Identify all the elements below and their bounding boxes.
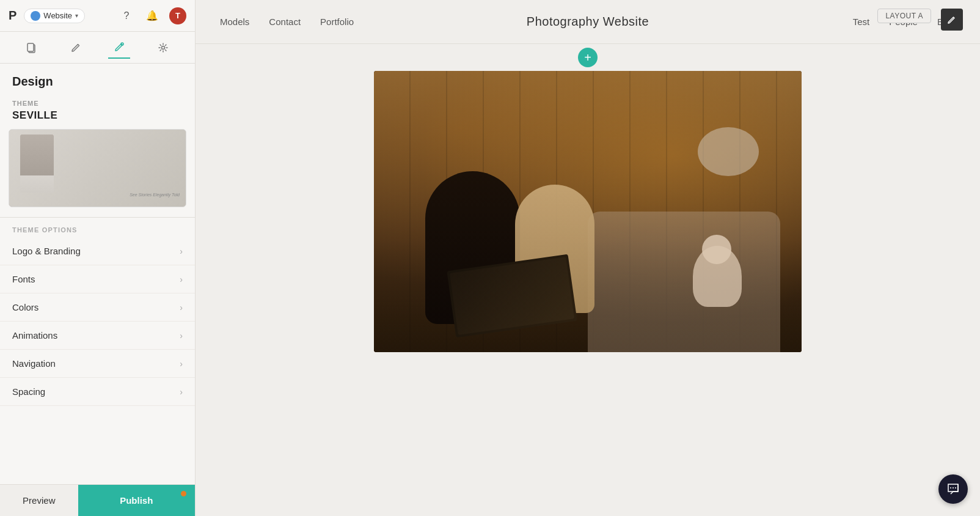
website-selector[interactable]: Website ▾ xyxy=(24,9,85,23)
logo: P xyxy=(9,9,16,23)
design-button[interactable] xyxy=(108,37,130,59)
edit-layout-button[interactable] xyxy=(941,9,963,31)
theme-options-label: THEME OPTIONS xyxy=(0,218,195,237)
hero-area xyxy=(196,71,980,516)
option-label: Logo & Branding xyxy=(12,246,81,256)
svg-point-3 xyxy=(162,46,165,49)
theme-name: SEVILLE xyxy=(12,109,183,122)
option-spacing[interactable]: Spacing › xyxy=(0,378,195,406)
sidebar-toolbar xyxy=(0,32,195,64)
blanket-figure xyxy=(588,212,780,352)
option-label: Navigation xyxy=(12,358,56,369)
options-list: Logo & Branding › Fonts › Colors › Anima… xyxy=(0,237,195,406)
top-nav: Models Contact Portfolio Photography Web… xyxy=(196,0,980,44)
theme-section: THEME SEVILLE xyxy=(0,94,195,122)
svg-rect-1 xyxy=(27,43,34,51)
svg-point-4 xyxy=(950,487,951,488)
nav-links-left: Models Contact Portfolio xyxy=(220,17,354,27)
option-animations[interactable]: Animations › xyxy=(0,322,195,350)
main-content: Models Contact Portfolio Photography Web… xyxy=(196,0,980,516)
nav-contact[interactable]: Contact xyxy=(269,17,301,27)
add-section-button[interactable]: + xyxy=(578,48,598,67)
preview-button[interactable]: Preview xyxy=(0,485,78,516)
chat-bubble-button[interactable] xyxy=(938,474,968,504)
option-label: Animations xyxy=(12,330,57,341)
chevron-right-icon: › xyxy=(180,303,183,312)
copy-tool-button[interactable] xyxy=(21,37,43,59)
option-navigation[interactable]: Navigation › xyxy=(0,350,195,378)
layout-badge[interactable]: LAYOUT A xyxy=(877,9,931,23)
sidebar-content: Design THEME SEVILLE See Stories Elegant… xyxy=(0,64,195,484)
option-logo-branding[interactable]: Logo & Branding › xyxy=(0,237,195,265)
hero-image[interactable] xyxy=(374,71,802,352)
avatar[interactable]: T xyxy=(169,7,186,24)
option-label: Fonts xyxy=(12,274,35,284)
chevron-right-icon: › xyxy=(180,275,183,284)
thumbnail-figure xyxy=(20,135,54,193)
option-label: Colors xyxy=(12,302,38,312)
chevron-right-icon: › xyxy=(180,331,183,341)
chevron-right-icon: › xyxy=(180,246,183,256)
theme-thumbnail[interactable]: See Stories Elegantly Told xyxy=(9,129,186,207)
theme-thumbnail-wrap: See Stories Elegantly Told xyxy=(0,129,195,217)
svg-point-6 xyxy=(955,487,956,488)
help-icon[interactable]: ? xyxy=(118,7,135,24)
thumbnail-text: See Stories Elegantly Told xyxy=(130,192,180,198)
nav-portfolio[interactable]: Portfolio xyxy=(320,17,354,27)
add-section-row: + xyxy=(196,44,980,71)
hero-image-inner xyxy=(374,71,802,352)
sidebar-header: P Website ▾ ? 🔔 T xyxy=(0,0,195,32)
sidebar: P Website ▾ ? 🔔 T Design THEME xyxy=(0,0,196,516)
design-heading: Design xyxy=(0,64,195,94)
option-colors[interactable]: Colors › xyxy=(0,293,195,322)
pillow-decoration xyxy=(698,127,759,176)
chevron-right-icon: › xyxy=(180,359,183,369)
option-fonts[interactable]: Fonts › xyxy=(0,265,195,293)
publish-notification-dot xyxy=(181,491,186,496)
nav-models[interactable]: Models xyxy=(220,17,249,27)
chevron-down-icon: ▾ xyxy=(75,12,78,19)
theme-thumbnail-inner: See Stories Elegantly Told xyxy=(9,130,186,207)
nav-test[interactable]: Test xyxy=(853,17,870,27)
option-label: Spacing xyxy=(12,386,45,397)
stuffed-animal xyxy=(693,246,742,307)
theme-label: THEME xyxy=(12,100,183,107)
settings-button[interactable] xyxy=(152,37,174,59)
header-icons: ? 🔔 T xyxy=(118,7,186,24)
website-label: Website xyxy=(43,11,72,20)
edit-content-button[interactable] xyxy=(65,37,87,59)
sidebar-footer: Preview Publish xyxy=(0,484,195,516)
chevron-right-icon: › xyxy=(180,387,183,397)
svg-point-5 xyxy=(953,487,954,488)
site-title: Photography Website xyxy=(527,15,649,29)
bell-icon[interactable]: 🔔 xyxy=(144,7,161,24)
website-icon xyxy=(31,11,40,21)
publish-button[interactable]: Publish xyxy=(78,485,195,516)
